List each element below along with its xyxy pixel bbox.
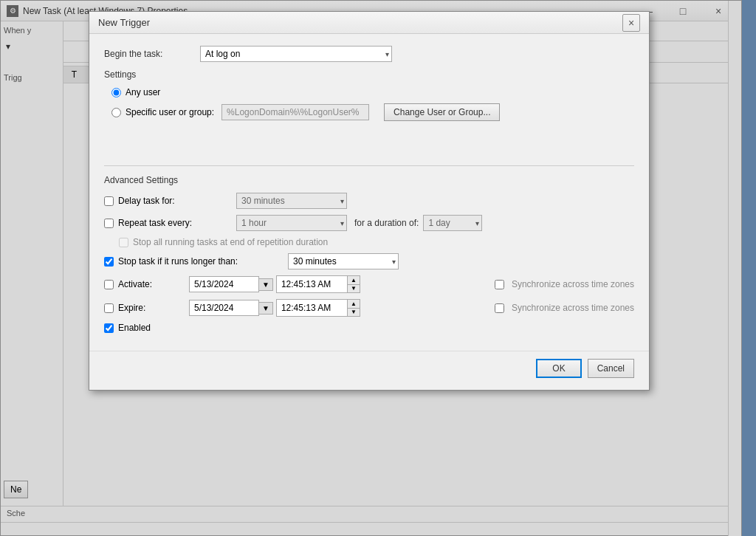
specific-user-label: Specific user or group:: [126, 107, 214, 117]
delay-task-select-wrapper: 30 minutes ▾: [236, 193, 347, 209]
for-duration-label: for a duration of:: [354, 218, 419, 228]
change-user-button[interactable]: Change User or Group...: [384, 103, 500, 121]
sync-activate-label: Synchronize across time zones: [512, 279, 634, 289]
expire-checkbox[interactable]: [104, 303, 114, 313]
dialog-title: New Trigger: [98, 17, 622, 28]
repeat-task-row: Repeat task every: 1 hour ▾ for a durati…: [104, 215, 634, 231]
sync-expire-label: Synchronize across time zones: [512, 303, 634, 313]
advanced-settings-label: Advanced Settings: [104, 175, 634, 185]
delay-task-row: Delay task for: 30 minutes ▾: [104, 193, 634, 209]
expire-time-down-button[interactable]: ▼: [348, 308, 360, 316]
activate-calendar-button[interactable]: ▼: [259, 278, 273, 291]
stop-task-select[interactable]: 30 minutes: [288, 253, 399, 269]
begin-task-row: Begin the task: At log on At startup On …: [104, 46, 634, 62]
specific-user-value: %LogonDomain%\%LogonUser%: [221, 104, 369, 120]
specific-user-row: Specific user or group: %LogonDomain%\%L…: [111, 103, 634, 121]
expire-time-input[interactable]: [277, 300, 347, 316]
activate-checkbox[interactable]: [104, 280, 114, 289]
dialog-footer: OK Cancel: [89, 351, 649, 390]
any-user-radio[interactable]: [111, 88, 121, 97]
stop-all-row: Stop all running tasks at end of repetit…: [119, 237, 634, 247]
stop-task-select-wrapper: 30 minutes ▾: [288, 253, 399, 269]
activate-time-spinner: ▲ ▼: [347, 276, 360, 292]
stop-task-label: Stop task if it runs longer than:: [118, 256, 288, 267]
spacer: [104, 127, 634, 157]
activate-date-input[interactable]: [189, 276, 259, 292]
stop-all-checkbox[interactable]: [119, 238, 128, 247]
sync-expire-checkbox[interactable]: [495, 303, 504, 313]
dialog-titlebar: New Trigger ×: [89, 12, 649, 34]
activate-time-input[interactable]: [277, 276, 347, 292]
separator: [104, 165, 634, 166]
activate-time-wrapper: ▲ ▼: [276, 275, 360, 293]
delay-task-select[interactable]: 30 minutes: [236, 193, 347, 209]
dialog-content: Begin the task: At log on At startup On …: [89, 34, 649, 351]
repeat-task-select-wrapper: 1 hour ▾: [236, 215, 347, 231]
stop-task-checkbox[interactable]: [104, 257, 114, 267]
activate-row: Activate: ▼ ▲ ▼ Synchronize across time …: [104, 275, 634, 293]
any-user-row: Any user: [111, 87, 634, 97]
stop-task-row: Stop task if it runs longer than: 30 min…: [104, 253, 634, 269]
ok-button[interactable]: OK: [536, 359, 581, 378]
expire-calendar-button[interactable]: ▼: [259, 302, 273, 315]
expire-date-input[interactable]: [189, 300, 259, 316]
specific-user-radio[interactable]: [111, 108, 121, 117]
expire-time-wrapper: ▲ ▼: [276, 299, 360, 317]
new-trigger-dialog: New Trigger × Begin the task: At log on …: [89, 11, 650, 391]
enabled-row: Enabled: [104, 323, 634, 333]
dialog-close-button[interactable]: ×: [622, 14, 640, 32]
any-user-label: Any user: [126, 87, 160, 97]
begin-task-label: Begin the task:: [104, 49, 200, 59]
expire-label: Expire:: [118, 303, 189, 313]
begin-task-select[interactable]: At log on At startup On a schedule: [200, 46, 392, 62]
activate-time-up-button[interactable]: ▲: [348, 276, 360, 284]
duration-select-wrapper: 1 day ▾: [423, 215, 482, 231]
stop-all-label: Stop all running tasks at end of repetit…: [133, 237, 328, 247]
repeat-task-label: Repeat task every:: [118, 218, 236, 228]
begin-task-select-wrapper: At log on At startup On a schedule ▾: [200, 46, 392, 62]
expire-row: Expire: ▼ ▲ ▼ Synchronize across time zo…: [104, 299, 634, 317]
delay-task-checkbox[interactable]: [104, 196, 114, 206]
repeat-task-checkbox[interactable]: [104, 219, 114, 228]
activate-label: Activate:: [118, 279, 189, 289]
sync-activate-checkbox[interactable]: [495, 280, 504, 289]
delay-task-label: Delay task for:: [118, 196, 236, 206]
cancel-button[interactable]: Cancel: [588, 359, 634, 378]
enabled-label: Enabled: [118, 323, 151, 333]
settings-section-label: Settings: [104, 69, 634, 80]
expire-time-up-button[interactable]: ▲: [348, 300, 360, 308]
enabled-checkbox[interactable]: [104, 323, 114, 333]
repeat-task-select[interactable]: 1 hour: [236, 215, 347, 231]
expire-time-spinner: ▲ ▼: [347, 300, 360, 316]
activate-time-down-button[interactable]: ▼: [348, 284, 360, 292]
duration-select[interactable]: 1 day: [423, 215, 482, 231]
